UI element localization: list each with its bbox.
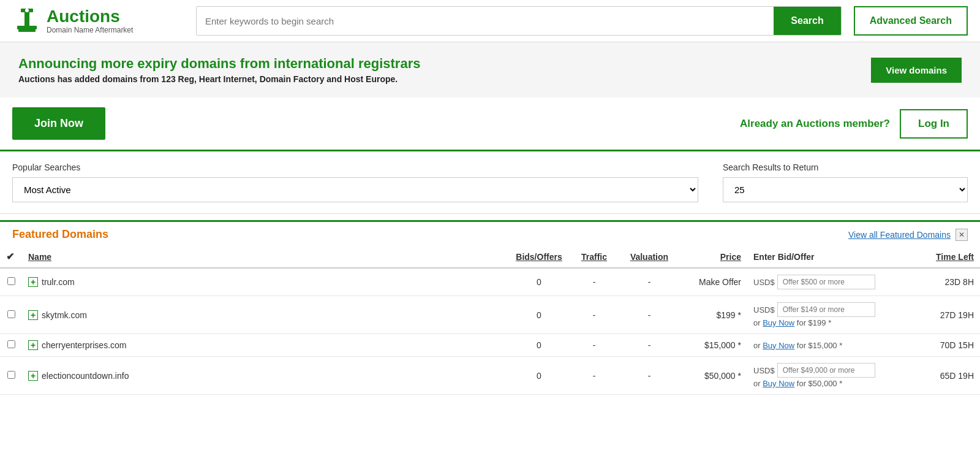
domain-link[interactable]: trulr.com — [42, 277, 75, 287]
domain-price: $15,000 * — [680, 334, 747, 357]
view-domains-button[interactable]: View domains — [871, 58, 962, 83]
bid-input[interactable] — [777, 302, 875, 317]
join-now-button[interactable]: Join Now — [12, 107, 105, 140]
table-row: +cherryenterprises.com0--$15,000 *or Buy… — [0, 334, 980, 357]
domain-time-left: 27D 19H — [919, 296, 980, 334]
svg-rect-2 — [17, 26, 37, 29]
col-header-traffic[interactable]: Traffic — [570, 246, 619, 268]
popular-searches-select[interactable]: Most Active Ending Soon Newly Listed Buy… — [12, 177, 698, 202]
results-count-label: Search Results to Return — [723, 162, 968, 172]
announcement-banner: Announcing more expiry domains from inte… — [0, 42, 980, 97]
domain-traffic: - — [570, 357, 619, 395]
domain-name-cell: +trulr.com — [22, 268, 508, 296]
domain-bid-cell: or Buy Now for $15,000 * — [747, 334, 919, 357]
domain-time-left: 70D 15H — [919, 334, 980, 357]
buy-now-link[interactable]: Buy Now — [763, 341, 794, 350]
table-row: +electioncountdown.info0--$50,000 *USD$o… — [0, 357, 980, 395]
domain-link[interactable]: skytmk.com — [42, 310, 87, 320]
header: Auctions Domain Name Aftermarket Search … — [0, 0, 980, 42]
logo-subtitle: Domain Name Aftermarket — [47, 26, 133, 34]
buy-now-row: or Buy Now for $15,000 * — [753, 341, 913, 350]
close-featured-icon[interactable]: ✕ — [956, 229, 968, 241]
table-row: +skytmk.com0--$199 *USD$or Buy Now for $… — [0, 296, 980, 334]
featured-title: Featured Domains — [12, 228, 108, 241]
col-header-check: ✔ — [0, 246, 22, 268]
table-row: +trulr.com0--Make OfferUSD$23D 8H — [0, 268, 980, 296]
advanced-search-button[interactable]: Advanced Search — [854, 6, 968, 36]
domain-bids: 0 — [508, 357, 570, 395]
results-count-select[interactable]: 10 25 50 100 — [723, 177, 968, 202]
currency-label: USD$ — [753, 366, 775, 375]
domain-traffic: - — [570, 296, 619, 334]
domain-name-cell: +skytmk.com — [22, 296, 508, 334]
featured-section: Featured Domains View all Featured Domai… — [0, 220, 980, 395]
svg-point-4 — [25, 9, 29, 12]
search-button[interactable]: Search — [774, 7, 840, 35]
domain-checkbox[interactable] — [7, 277, 15, 285]
col-header-valuation[interactable]: Valuation — [619, 246, 680, 268]
currency-label: USD$ — [753, 305, 775, 315]
domain-bids: 0 — [508, 268, 570, 296]
buy-now-link[interactable]: Buy Now — [763, 379, 794, 388]
col-header-name[interactable]: Name — [22, 246, 508, 268]
col-header-bids[interactable]: Bids/Offers — [508, 246, 570, 268]
buy-now-row: or Buy Now for $199 * — [753, 318, 913, 327]
svg-rect-1 — [24, 12, 29, 26]
domain-valuation: - — [619, 334, 680, 357]
domain-time-left: 65D 19H — [919, 357, 980, 395]
domain-checkbox[interactable] — [7, 340, 15, 348]
popular-searches-label: Popular Searches — [12, 162, 698, 172]
member-text: Already an Auctions member? — [740, 118, 890, 130]
domain-bids: 0 — [508, 334, 570, 357]
domain-time-left: 23D 8H — [919, 268, 980, 296]
login-button[interactable]: Log In — [900, 109, 968, 139]
search-input[interactable] — [197, 10, 774, 32]
row-checkbox-cell — [0, 357, 22, 395]
domain-price: $50,000 * — [680, 357, 747, 395]
domain-price: $199 * — [680, 296, 747, 334]
search-bar: Search — [196, 6, 842, 36]
domain-plus-icon: + — [28, 277, 38, 287]
logo-icon — [12, 6, 42, 36]
domain-price: Make Offer — [680, 268, 747, 296]
domain-link[interactable]: cherryenterprises.com — [42, 340, 127, 350]
banner-subtext: Auctions has added domains from 123 Reg,… — [18, 74, 420, 84]
featured-header: Featured Domains View all Featured Domai… — [0, 222, 980, 246]
domain-checkbox[interactable] — [7, 310, 15, 318]
search-filters: Popular Searches Most Active Ending Soon… — [0, 150, 980, 214]
domain-plus-icon: + — [28, 310, 38, 320]
view-all-featured-link[interactable]: View all Featured Domains — [848, 230, 951, 240]
buy-now-link[interactable]: Buy Now — [763, 318, 794, 327]
domain-bid-cell: USD$or Buy Now for $50,000 * — [747, 357, 919, 395]
domain-bid-cell: USD$or Buy Now for $199 * — [747, 296, 919, 334]
logo-text-area: Auctions Domain Name Aftermarket — [47, 7, 133, 35]
domain-valuation: - — [619, 357, 680, 395]
domain-link[interactable]: electioncountdown.info — [42, 371, 129, 381]
row-checkbox-cell — [0, 268, 22, 296]
table-header-row: ✔ Name Bids/Offers Traffic Valuation Pri… — [0, 246, 980, 268]
logo-area: Auctions Domain Name Aftermarket — [12, 6, 184, 36]
domain-plus-icon: + — [28, 340, 38, 350]
row-checkbox-cell — [0, 296, 22, 334]
svg-rect-3 — [18, 29, 36, 32]
row-checkbox-cell — [0, 334, 22, 357]
domain-traffic: - — [570, 268, 619, 296]
login-area: Already an Auctions member? Log In — [740, 109, 968, 139]
popular-searches-group: Popular Searches Most Active Ending Soon… — [12, 162, 698, 202]
featured-header-right: View all Featured Domains ✕ — [848, 229, 968, 241]
bid-input[interactable] — [777, 363, 875, 378]
bid-input[interactable] — [777, 275, 875, 289]
domain-traffic: - — [570, 334, 619, 357]
col-header-time-left[interactable]: Time Left — [919, 246, 980, 268]
col-header-enter-bid: Enter Bid/Offer — [747, 246, 919, 268]
auth-section: Join Now Already an Auctions member? Log… — [0, 97, 980, 150]
domain-bid-cell: USD$ — [747, 268, 919, 296]
domain-valuation: - — [619, 268, 680, 296]
results-count-group: Search Results to Return 10 25 50 100 — [723, 162, 968, 202]
domains-table: ✔ Name Bids/Offers Traffic Valuation Pri… — [0, 246, 980, 395]
banner-heading: Announcing more expiry domains from inte… — [18, 56, 420, 72]
col-header-price[interactable]: Price — [680, 246, 747, 268]
banner-text: Announcing more expiry domains from inte… — [18, 56, 420, 84]
domain-checkbox[interactable] — [7, 371, 15, 379]
buy-now-row: or Buy Now for $50,000 * — [753, 379, 913, 388]
